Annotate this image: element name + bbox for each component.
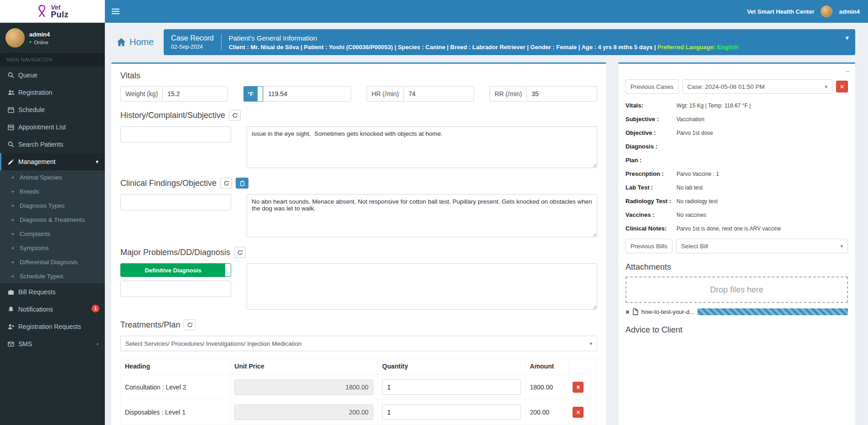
rr-input[interactable] (527, 86, 597, 102)
treatments-select[interactable]: Select Services/ Procedures/ Investigati… (120, 336, 597, 351)
sidebar-item-schedule[interactable]: Schedule (0, 101, 105, 118)
clipboard-icon (239, 180, 245, 186)
field-value: No lab test (677, 184, 703, 191)
previous-case-card: − Previous Cases Case: 2024-05-08 01:50 … (618, 62, 855, 425)
sidebar-item-differential-diagnosis[interactable]: +Differential Diagnosis (0, 255, 105, 269)
sidebar-item-search-patients[interactable]: Search Patients (0, 136, 105, 153)
subjective-code-input[interactable] (120, 126, 231, 143)
quantity-input[interactable] (382, 405, 521, 420)
temperature-input[interactable] (263, 86, 351, 102)
sidebar: admin4 ● Online MAIN NAVIGATION Queue Re… (0, 23, 105, 425)
briefcase-icon (8, 289, 14, 295)
plus-icon: + (10, 259, 16, 266)
col-qty-label: Quantity (378, 358, 526, 375)
diagnosis-section-head: Major Problems/DD/Diagnosis (120, 247, 597, 258)
case-field: Clinical Notes:Parvo 1st is done, next o… (625, 225, 848, 232)
navbar-username[interactable]: admin4 (839, 8, 860, 15)
ribbon-logo-icon (36, 5, 48, 18)
rr-label: RR (/min) (490, 86, 527, 102)
clinic-name: Vet Smart Health Center (747, 8, 814, 15)
field-value: Wgt: 15 Kg | Temp: 118.67 °F | (677, 102, 751, 109)
previous-bills-row: Previous Bills Select Bill ▾ (625, 239, 848, 253)
previous-cases-label: Previous Cases (625, 79, 679, 94)
sidebar-item-symptoms[interactable]: +Symptoms (0, 241, 105, 255)
sidebar-item-sms[interactable]: SMS ‹ (0, 335, 105, 353)
refresh-icon (223, 180, 229, 186)
language-value: English (717, 44, 739, 51)
plus-icon: + (10, 273, 16, 280)
table-header-row: Heading Unit Price Quantity Amount (121, 358, 597, 375)
vitals-row: Weight (kg) °F HR (/min) RR (/min) (120, 86, 597, 102)
brand-logo[interactable]: Vet Pulz (0, 0, 105, 23)
plus-icon: + (10, 202, 16, 209)
definitive-diagnosis-button[interactable]: Definitive Diagnosis (121, 264, 225, 277)
objective-paste-button[interactable] (236, 178, 248, 189)
remove-case-button[interactable]: × (836, 81, 848, 92)
previous-bills-select[interactable]: Select Bill ▾ (676, 239, 848, 253)
hr-group: HR (/min) (367, 86, 474, 102)
sidebar-toggle-icon[interactable] (105, 0, 126, 23)
chevron-down-icon: ▾ (589, 341, 592, 347)
case-field: Vaccines :No vaccines (625, 211, 848, 218)
case-field: Lab Test :No lab test (625, 184, 848, 191)
sidebar-item-schedule-types[interactable]: +Schedule Types (0, 269, 105, 283)
delete-row-button[interactable]: × (573, 407, 584, 418)
banner-collapse-icon[interactable]: ▾ (845, 34, 849, 42)
nav-label: Registration (18, 89, 52, 96)
sidebar-item-notifications[interactable]: Notifications 1 (0, 301, 105, 318)
notification-badge: 1 (92, 305, 99, 312)
sidebar-item-animal-species[interactable]: +Animal Species (0, 170, 105, 184)
subnav-label: Schedule Types (20, 273, 63, 280)
collapse-card-button[interactable]: − (846, 67, 850, 76)
user-avatar[interactable] (821, 5, 832, 17)
diagnosis-textarea[interactable] (247, 263, 597, 310)
delete-row-button[interactable]: × (573, 382, 584, 393)
quantity-input[interactable] (382, 379, 521, 395)
objective-code-input[interactable] (120, 194, 231, 210)
chevron-left-icon: ‹ (97, 341, 98, 347)
sidebar-item-complaints[interactable]: +Complaints (0, 227, 105, 241)
attachment-remove-button[interactable]: × (625, 308, 630, 315)
sidebar-item-diagnosis-treatments[interactable]: +Diagnosis & Treatments (0, 213, 105, 227)
refresh-icon (232, 113, 238, 118)
sidebar-item-breeds[interactable]: +Breeds (0, 184, 105, 199)
vitals-section-head: Vitals (120, 71, 597, 81)
patient-info-details: Client : Mr. Nisal de Silva | Patient : … (229, 44, 739, 51)
subjective-row: issue in the eye sight, Sometimes gets k… (120, 126, 597, 169)
breadcrumb-home[interactable]: Home (111, 37, 154, 47)
temp-unit-toggle[interactable]: °F (243, 86, 258, 102)
sidebar-item-registration-requests[interactable]: Registration Requests (0, 318, 105, 335)
attachment-filename: how-to-test-your-d... (641, 308, 694, 315)
refresh-icon (187, 322, 193, 328)
attachments-title: Attachments (625, 262, 848, 272)
sidebar-item-appointment-list[interactable]: Appointment List (0, 118, 105, 136)
nav-label: Management (18, 158, 56, 165)
subjective-refresh-button[interactable] (229, 110, 241, 121)
temp-toggle-knob[interactable] (258, 86, 263, 102)
sidebar-avatar (5, 28, 25, 47)
hr-input[interactable] (403, 86, 474, 102)
sidebar-item-bill-requests[interactable]: Bill Requests (0, 283, 105, 301)
plus-icon: + (10, 174, 16, 181)
sidebar-item-queue[interactable]: Queue (0, 67, 105, 84)
subjective-textarea[interactable]: issue in the eye sight, Sometimes gets k… (247, 126, 597, 168)
banner-right: Patient's General Information Client : M… (222, 34, 739, 51)
sidebar-item-diagnosis-types[interactable]: +Diagnosis Types (0, 199, 105, 213)
field-value: No vaccines (677, 211, 706, 218)
objective-textarea[interactable]: No abn heart sounds. Menace absent. Not … (247, 194, 597, 237)
sidebar-item-registration[interactable]: Registration (0, 84, 105, 101)
unit-price-input (234, 405, 373, 420)
unit-price-input (234, 379, 373, 395)
field-label: Prescription : (625, 170, 677, 177)
case-field: Plan : (625, 157, 848, 164)
subnav-label: Animal Species (20, 174, 62, 181)
weight-input[interactable] (162, 86, 228, 102)
previous-cases-select[interactable]: Case: 2024-05-08 01:50 PM ▾ (682, 79, 832, 94)
file-dropzone[interactable]: Drop files here (625, 277, 848, 303)
objective-refresh-button[interactable] (220, 178, 232, 189)
diagnosis-refresh-button[interactable] (234, 247, 246, 258)
diagnosis-input[interactable] (120, 281, 231, 297)
sidebar-item-management[interactable]: Management ▾ (0, 153, 105, 170)
treatments-refresh-button[interactable] (184, 319, 196, 330)
diagnosis-title: Major Problems/DD/Diagnosis (120, 248, 230, 257)
